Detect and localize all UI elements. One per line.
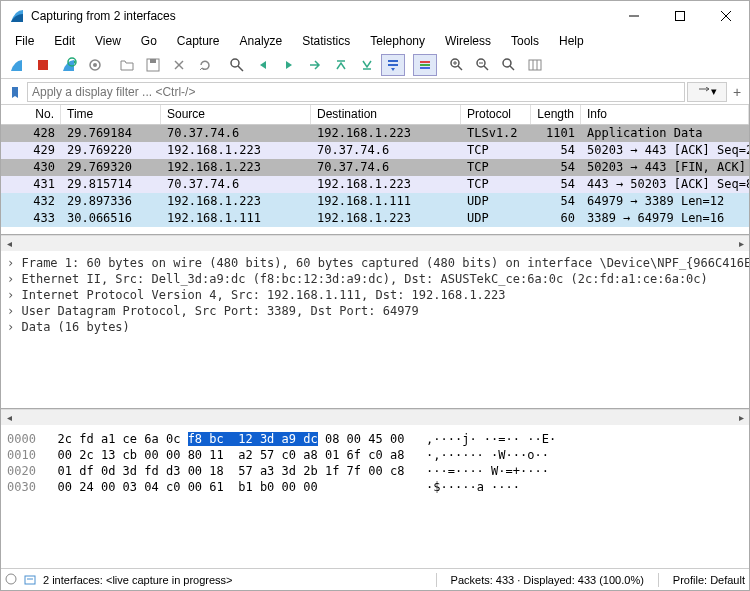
detail-ethernet[interactable]: Ethernet II, Src: Dell_3d:a9:dc (f8:bc:1…	[7, 271, 743, 287]
svg-line-29	[510, 66, 514, 70]
svg-rect-16	[388, 60, 398, 62]
col-header-destination[interactable]: Destination	[311, 105, 461, 124]
menu-wireless[interactable]: Wireless	[437, 32, 499, 50]
packet-row[interactable]: 43029.769320192.168.1.22370.37.74.6TCP54…	[1, 159, 749, 176]
packet-row[interactable]: 43229.897336192.168.1.223192.168.1.111UD…	[1, 193, 749, 210]
detail-data[interactable]: Data (16 bytes)	[7, 319, 743, 335]
filter-expression-button[interactable]: ▾	[687, 82, 727, 102]
minimize-button[interactable]	[611, 1, 657, 31]
colorize-icon[interactable]	[413, 54, 437, 76]
close-button[interactable]	[703, 1, 749, 31]
display-filter-input[interactable]	[27, 82, 685, 102]
packet-row[interactable]: 43330.066516192.168.1.111192.168.1.223UD…	[1, 210, 749, 227]
svg-rect-18	[420, 61, 430, 63]
svg-rect-19	[420, 64, 430, 66]
svg-line-26	[484, 66, 488, 70]
packet-list-hscroll[interactable]: ◂ ▸	[1, 235, 749, 251]
scroll-left-icon[interactable]: ◂	[1, 236, 17, 252]
go-first-icon[interactable]	[329, 54, 353, 76]
menu-statistics[interactable]: Statistics	[294, 32, 358, 50]
detail-ipv4[interactable]: Internet Protocol Version 4, Src: 192.16…	[7, 287, 743, 303]
capture-options-icon[interactable]	[83, 54, 107, 76]
app-icon	[9, 8, 25, 24]
svg-rect-9	[150, 59, 156, 63]
col-header-info[interactable]: Info	[581, 105, 749, 124]
window-controls	[611, 1, 749, 31]
menu-capture[interactable]: Capture	[169, 32, 228, 50]
details-hscroll[interactable]: ◂ ▸	[1, 409, 749, 425]
svg-point-28	[503, 59, 511, 67]
hex-line-0[interactable]: 0000 2c fd a1 ce 6a 0c f8 bc 12 3d a9 dc…	[7, 431, 743, 447]
reload-icon[interactable]	[193, 54, 217, 76]
packet-list-header: No. Time Source Destination Protocol Len…	[1, 105, 749, 125]
hex-line-2[interactable]: 0020 01 df 0d 3d fd d3 00 18 57 a3 3d 2b…	[7, 463, 743, 479]
menu-help[interactable]: Help	[551, 32, 592, 50]
svg-rect-17	[388, 64, 398, 66]
svg-rect-4	[38, 60, 48, 70]
toolbar	[1, 51, 749, 79]
hex-line-1[interactable]: 0010 00 2c 13 cb 00 00 80 11 a2 57 c0 a8…	[7, 447, 743, 463]
menu-view[interactable]: View	[87, 32, 129, 50]
scroll-right-icon[interactable]: ▸	[733, 236, 749, 252]
autoscroll-icon[interactable]	[381, 54, 405, 76]
menubar: File Edit View Go Capture Analyze Statis…	[1, 31, 749, 51]
detail-frame[interactable]: Frame 1: 60 bytes on wire (480 bits), 60…	[7, 255, 743, 271]
packet-list-pane: No. Time Source Destination Protocol Len…	[1, 105, 749, 235]
start-capture-icon[interactable]	[5, 54, 29, 76]
col-header-no[interactable]: No.	[1, 105, 61, 124]
go-forward-icon[interactable]	[277, 54, 301, 76]
status-profile[interactable]: Profile: Default	[673, 574, 745, 586]
go-to-packet-icon[interactable]	[303, 54, 327, 76]
restart-capture-icon[interactable]	[57, 54, 81, 76]
expert-info-icon[interactable]	[23, 572, 37, 588]
svg-rect-1	[676, 12, 685, 21]
packet-list-rows[interactable]: 42829.76918470.37.74.6192.168.1.223TLSv1…	[1, 125, 749, 233]
scroll-right-icon[interactable]: ▸	[733, 410, 749, 426]
go-last-icon[interactable]	[355, 54, 379, 76]
find-icon[interactable]	[225, 54, 249, 76]
status-capture-text: 2 interfaces: <live capture in progress>	[43, 574, 233, 586]
statusbar: 2 interfaces: <live capture in progress>…	[1, 568, 749, 590]
packet-bytes-pane[interactable]: 0000 2c fd a1 ce 6a 0c f8 bc 12 3d a9 dc…	[1, 425, 749, 568]
menu-tools[interactable]: Tools	[503, 32, 547, 50]
svg-line-13	[238, 66, 243, 71]
save-file-icon[interactable]	[141, 54, 165, 76]
status-indicator-icon	[5, 573, 17, 587]
packet-details-pane[interactable]: Frame 1: 60 bytes on wire (480 bits), 60…	[1, 251, 749, 409]
add-filter-button[interactable]: +	[729, 84, 745, 100]
open-file-icon[interactable]	[115, 54, 139, 76]
menu-file[interactable]: File	[7, 32, 42, 50]
svg-point-7	[93, 63, 97, 67]
col-header-protocol[interactable]: Protocol	[461, 105, 531, 124]
go-back-icon[interactable]	[251, 54, 275, 76]
menu-analyze[interactable]: Analyze	[232, 32, 291, 50]
resize-columns-icon[interactable]	[523, 54, 547, 76]
svg-rect-30	[529, 60, 541, 70]
detail-udp[interactable]: User Datagram Protocol, Src Port: 3389, …	[7, 303, 743, 319]
bookmark-icon[interactable]	[5, 82, 25, 102]
menu-edit[interactable]: Edit	[46, 32, 83, 50]
packet-row[interactable]: 42829.76918470.37.74.6192.168.1.223TLSv1…	[1, 125, 749, 142]
zoom-reset-icon[interactable]	[497, 54, 521, 76]
svg-point-12	[231, 59, 239, 67]
filter-bar: ▾ +	[1, 79, 749, 105]
titlebar: Capturing from 2 interfaces	[1, 1, 749, 31]
menu-telephony[interactable]: Telephony	[362, 32, 433, 50]
window-title: Capturing from 2 interfaces	[31, 9, 611, 23]
hex-line-3[interactable]: 0030 00 24 00 03 04 c0 00 61 b1 b0 00 00…	[7, 479, 743, 495]
zoom-out-icon[interactable]	[471, 54, 495, 76]
svg-point-33	[6, 574, 16, 584]
menu-go[interactable]: Go	[133, 32, 165, 50]
stop-capture-icon[interactable]	[31, 54, 55, 76]
close-file-icon[interactable]	[167, 54, 191, 76]
packet-row[interactable]: 43129.81571470.37.74.6192.168.1.223TCP54…	[1, 176, 749, 193]
col-header-source[interactable]: Source	[161, 105, 311, 124]
col-header-length[interactable]: Length	[531, 105, 581, 124]
maximize-button[interactable]	[657, 1, 703, 31]
svg-line-22	[458, 66, 462, 70]
packet-row[interactable]: 42929.769220192.168.1.22370.37.74.6TCP54…	[1, 142, 749, 159]
col-header-time[interactable]: Time	[61, 105, 161, 124]
svg-rect-20	[420, 67, 430, 69]
scroll-left-icon[interactable]: ◂	[1, 410, 17, 426]
zoom-in-icon[interactable]	[445, 54, 469, 76]
